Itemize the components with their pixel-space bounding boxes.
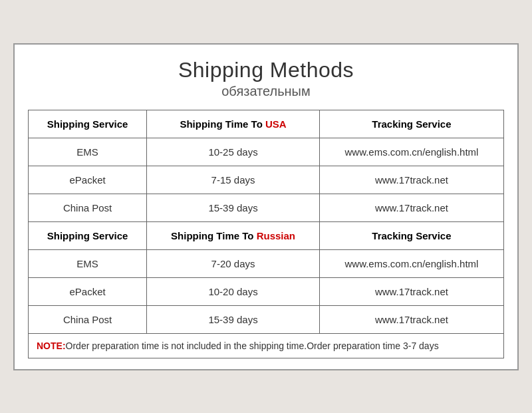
note-cell: NOTE:Order preparation time is not inclu… (29, 333, 504, 358)
russian-row2-service: ePacket (29, 277, 147, 305)
usa-highlight: USA (265, 118, 287, 130)
usa-row3-time: 15-39 days (147, 194, 320, 221)
subtitle: обязательным (28, 84, 504, 99)
usa-row3-service: China Post (29, 194, 147, 221)
russian-col3-header: Tracking Service (319, 221, 503, 249)
table-row: China Post 15-39 days www.17track.net (29, 194, 504, 221)
table-row: ePacket 7-15 days www.17track.net (29, 166, 504, 194)
usa-col3-header: Tracking Service (319, 110, 503, 138)
usa-header-row: Shipping Service Shipping Time To USA Tr… (29, 110, 504, 138)
usa-row1-service: EMS (29, 138, 147, 166)
russian-row3-time: 15-39 days (147, 305, 320, 333)
usa-col2-prefix: Shipping Time To (180, 118, 265, 130)
usa-row3-tracking: www.17track.net (319, 194, 503, 221)
russian-row1-time: 7-20 days (147, 249, 320, 277)
table-row: EMS 10-25 days www.ems.com.cn/english.ht… (29, 138, 504, 166)
russian-row2-time: 10-20 days (147, 277, 320, 305)
usa-row1-time: 10-25 days (147, 138, 320, 166)
usa-col2-header: Shipping Time To USA (147, 110, 320, 138)
usa-row2-service: ePacket (29, 166, 147, 194)
table-row: China Post 15-39 days www.17track.net (29, 305, 504, 333)
russian-col2-prefix: Shipping Time To (171, 230, 257, 241)
note-text: Order preparation time is not included i… (66, 341, 439, 351)
russian-header-row: Shipping Service Shipping Time To Russia… (29, 221, 504, 249)
russian-row1-service: EMS (29, 249, 147, 277)
main-container: Shipping Methods обязательным Shipping S… (13, 43, 519, 370)
russian-row1-tracking: www.ems.com.cn/english.html (319, 249, 503, 277)
main-title: Shipping Methods (28, 58, 504, 82)
russian-col2-header: Shipping Time To Russian (147, 221, 320, 249)
shipping-table: Shipping Service Shipping Time To USA Tr… (28, 110, 504, 358)
usa-row1-tracking: www.ems.com.cn/english.html (319, 138, 503, 166)
table-row: EMS 7-20 days www.ems.com.cn/english.htm… (29, 249, 504, 277)
title-section: Shipping Methods обязательным (28, 58, 504, 99)
note-row: NOTE:Order preparation time is not inclu… (29, 333, 504, 358)
usa-row2-time: 7-15 days (147, 166, 320, 194)
russian-row2-tracking: www.17track.net (319, 277, 503, 305)
russian-highlight: Russian (257, 230, 295, 241)
note-label: NOTE: (37, 341, 66, 351)
russian-col1-header: Shipping Service (29, 221, 147, 249)
usa-row2-tracking: www.17track.net (319, 166, 503, 194)
usa-col1-header: Shipping Service (29, 110, 147, 138)
russian-row3-service: China Post (29, 305, 147, 333)
russian-row3-tracking: www.17track.net (319, 305, 503, 333)
table-row: ePacket 10-20 days www.17track.net (29, 277, 504, 305)
